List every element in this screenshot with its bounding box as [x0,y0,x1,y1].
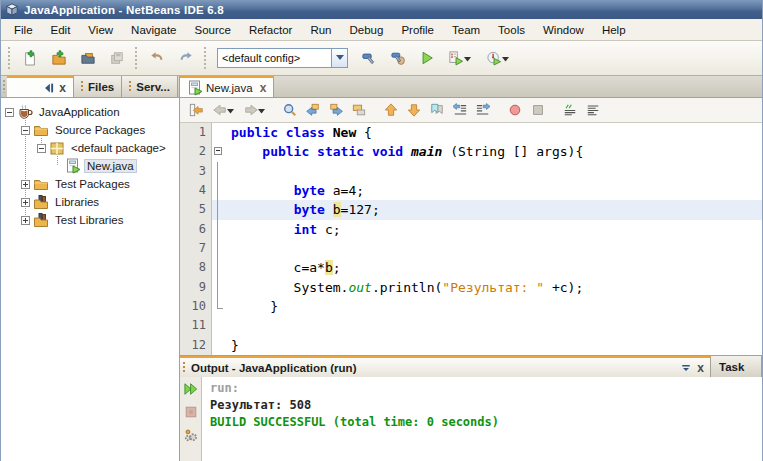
tab-projects[interactable]: x [7,76,74,97]
code-line-7 [212,239,762,258]
find-next-button[interactable] [325,100,347,121]
menu-edit[interactable]: Edit [42,21,80,39]
find-selection-button[interactable] [279,100,301,121]
close-icon[interactable]: x [697,363,704,373]
forward-button[interactable] [239,100,269,121]
output-console[interactable]: run:Результат: 508BUILD SUCCESSFUL (tota… [202,377,762,461]
tree-node-source-packages[interactable]: Source Packages [1,121,179,139]
new-file-icon [23,51,37,65]
tree-node-label: Libraries [52,195,102,209]
dropdown-arrow-icon[interactable] [502,52,509,64]
menu-help[interactable]: Help [593,21,635,39]
toolbar-separator [134,47,139,69]
save-all-button[interactable] [102,44,131,73]
shift-left-button[interactable] [449,100,471,121]
projects-tree[interactable]: JavaApplicationSource Packages<default p… [1,98,179,461]
ant-settings-button[interactable] [182,426,200,444]
output-tab[interactable]: Output - JavaApplication (run) x [180,356,711,377]
menu-source[interactable]: Source [185,21,239,39]
code-editor[interactable]: 123456789101112 public class New { publi… [180,123,762,355]
code-token [325,202,333,217]
code-token [231,222,294,237]
new-file-button[interactable] [15,44,44,73]
new-project-button[interactable] [44,44,73,73]
run-project-button[interactable] [412,44,441,73]
menu-profile[interactable]: Profile [392,21,443,39]
code-token: public static void [262,144,411,159]
new-project-icon [52,51,66,65]
line-number: 10 [180,297,211,316]
menu-run[interactable]: Run [301,21,340,39]
clean-build-project-button[interactable] [383,44,412,73]
expand-plus-icon[interactable] [21,180,30,189]
dropdown-arrow-icon[interactable] [258,104,265,116]
java-file-icon [187,80,203,96]
next-bookmark-button[interactable] [403,100,425,121]
expand-plus-icon[interactable] [21,216,30,225]
toolbar-drag-handle [7,47,12,69]
back-button[interactable] [208,100,238,121]
close-icon[interactable]: x [59,83,66,93]
tree-node-label: New.java [84,159,137,173]
record-macro-button[interactable] [504,100,526,121]
previous-bookmark-button[interactable] [380,100,402,121]
rerun-button[interactable] [182,380,200,398]
menu-window[interactable]: Window [534,21,593,39]
menu-file[interactable]: File [5,21,42,39]
find-previous-icon [306,103,320,117]
record-macro-icon [508,103,522,117]
tree-node-test-libraries[interactable]: Test Libraries [1,211,179,229]
find-previous-button[interactable] [302,100,324,121]
explorer-tab-row: xFilesServ... [1,76,179,98]
uncomment-button[interactable] [582,100,604,121]
menu-tools[interactable]: Tools [489,21,534,39]
window-titlebar[interactable]: JavaApplication - NetBeans IDE 6.8 [1,0,762,19]
tab-files[interactable]: Files [74,76,122,97]
menu-debug[interactable]: Debug [340,21,392,39]
tree-node-javaapplication[interactable]: JavaApplication [1,103,179,121]
redo-button[interactable] [171,44,200,73]
tab-serv[interactable]: Serv... [122,76,178,97]
toggle-bookmark-button[interactable] [426,100,448,121]
debug-project-icon [449,51,463,65]
config-dropdown[interactable]: <default config> [217,48,348,68]
last-edit-position-button[interactable] [185,100,207,121]
undo-button[interactable] [142,44,171,73]
collapse-minus-icon[interactable] [21,126,30,135]
tab-tasks[interactable]: Task [711,356,762,377]
menu-view[interactable]: View [79,21,122,39]
line-number: 3 [180,162,211,181]
collapse-minus-icon[interactable] [5,108,14,117]
tree-node-test-packages[interactable]: Test Packages [1,175,179,193]
code-token [231,202,294,217]
tree-node-new-java[interactable]: New.java [1,157,179,175]
menu-refactor[interactable]: Refactor [240,21,301,39]
minimize-window-icon[interactable] [679,361,693,375]
tree-node-libraries[interactable]: Libraries [1,193,179,211]
tab-new-java[interactable]: New.java x [180,76,274,97]
profile-project-button[interactable] [479,44,517,73]
open-project-button[interactable] [73,44,102,73]
stop-macro-button[interactable] [527,100,549,121]
folder-icon [33,176,49,192]
expand-plus-icon[interactable] [21,198,30,207]
dropdown-arrow-icon[interactable] [464,52,471,64]
menu-team[interactable]: Team [443,21,489,39]
debug-project-button[interactable] [441,44,479,73]
toolbar-separator [203,47,208,69]
collapse-minus-icon[interactable] [37,144,46,153]
tree-node--default-package-[interactable]: <default package> [1,139,179,157]
comment-button[interactable] [559,100,581,121]
dropdown-arrow-icon[interactable] [227,104,234,116]
open-project-icon [81,51,95,65]
line-number: 5 [180,200,211,219]
toggle-highlight-button[interactable] [348,100,370,121]
output-header: Output - JavaApplication (run) x Task [180,356,762,377]
config-dropdown-value[interactable]: <default config> [217,48,331,68]
code-fold-collapse-icon[interactable] [214,147,222,155]
close-tab-icon[interactable]: x [260,83,267,93]
shift-right-button[interactable] [472,100,494,121]
menu-navigate[interactable]: Navigate [122,21,185,39]
chevron-down-icon[interactable] [331,48,348,68]
build-project-button[interactable] [354,44,383,73]
